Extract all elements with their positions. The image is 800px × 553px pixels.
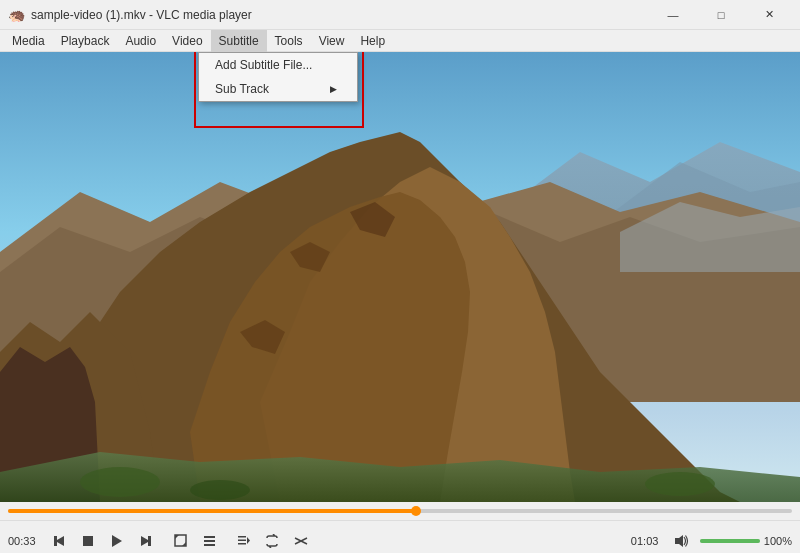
svg-marker-21: [141, 536, 151, 546]
playlist-icon: [237, 534, 250, 547]
svg-rect-30: [238, 543, 246, 545]
maximize-button[interactable]: □: [698, 0, 744, 30]
title-bar: 🦔 sample-video (1).mkv - VLC media playe…: [0, 0, 800, 30]
menu-help[interactable]: Help: [352, 30, 393, 52]
fullscreen-button[interactable]: [166, 527, 194, 554]
play-icon: [110, 534, 124, 548]
play-pause-button[interactable]: [103, 527, 131, 554]
stop-icon: [82, 535, 94, 547]
seekbar-area: [0, 502, 800, 520]
time-current: 00:33: [8, 535, 43, 547]
svg-point-16: [645, 472, 715, 496]
extended-icon: [203, 534, 216, 547]
sub-track-item[interactable]: Sub Track ▶: [199, 77, 357, 101]
volume-icon-button[interactable]: [668, 527, 696, 554]
volume-area: 100%: [668, 527, 792, 554]
skip-prev-button[interactable]: [45, 527, 73, 554]
skip-next-icon: [139, 534, 153, 548]
random-button[interactable]: [287, 527, 315, 554]
svg-marker-31: [247, 537, 250, 544]
svg-marker-34: [675, 535, 683, 547]
app-icon: 🦔: [8, 7, 25, 23]
loop-icon: [265, 534, 279, 548]
stop-button[interactable]: [74, 527, 102, 554]
playback-controls: [45, 527, 160, 554]
svg-rect-26: [204, 540, 215, 542]
menu-view[interactable]: View: [311, 30, 353, 52]
svg-rect-25: [204, 536, 215, 538]
submenu-arrow-icon: ▶: [330, 84, 337, 94]
window-controls: — □ ✕: [650, 0, 792, 30]
controls-bar: 00:33: [0, 520, 800, 553]
menu-bar: Media Playback Audio Video Subtitle Tool…: [0, 30, 800, 52]
subtitle-dropdown: Add Subtitle File... Sub Track ▶: [198, 52, 358, 102]
extended-button[interactable]: [195, 527, 223, 554]
volume-level: 100%: [764, 535, 792, 547]
volume-track[interactable]: [700, 539, 760, 543]
playlist-controls: [229, 527, 315, 554]
fullscreen-icon: [174, 534, 187, 547]
subtitle-menu: Add Subtitle File... Sub Track ▶: [198, 52, 358, 102]
svg-marker-20: [112, 535, 122, 547]
volume-icon: [674, 534, 690, 548]
loop-button[interactable]: [258, 527, 286, 554]
menu-subtitle[interactable]: Subtitle: [211, 30, 267, 52]
menu-tools[interactable]: Tools: [267, 30, 311, 52]
random-icon: [294, 534, 308, 548]
svg-rect-29: [238, 540, 246, 542]
seekbar-thumb[interactable]: [411, 506, 421, 516]
seekbar-fill: [8, 509, 416, 513]
svg-rect-28: [238, 536, 246, 538]
svg-point-14: [80, 467, 160, 497]
menu-video[interactable]: Video: [164, 30, 210, 52]
skip-prev-icon: [52, 534, 66, 548]
add-subtitle-file-item[interactable]: Add Subtitle File...: [199, 53, 357, 77]
minimize-button[interactable]: —: [650, 0, 696, 30]
toggle-playlist-button[interactable]: [229, 527, 257, 554]
svg-rect-19: [83, 536, 93, 546]
menu-media[interactable]: Media: [4, 30, 53, 52]
svg-rect-27: [204, 544, 215, 546]
skip-next-button[interactable]: [132, 527, 160, 554]
close-button[interactable]: ✕: [746, 0, 792, 30]
video-area: Add Subtitle File... Sub Track ▶: [0, 52, 800, 502]
video-frame: [0, 52, 800, 502]
menu-audio[interactable]: Audio: [117, 30, 164, 52]
seekbar-track[interactable]: [8, 509, 792, 513]
view-controls: [166, 527, 223, 554]
svg-marker-18: [54, 536, 64, 546]
window-title: sample-video (1).mkv - VLC media player: [31, 8, 650, 22]
volume-fill: [700, 539, 760, 543]
time-total: 01:03: [631, 535, 666, 547]
svg-point-15: [190, 480, 250, 500]
menu-playback[interactable]: Playback: [53, 30, 118, 52]
sub-track-label: Sub Track: [215, 82, 269, 96]
